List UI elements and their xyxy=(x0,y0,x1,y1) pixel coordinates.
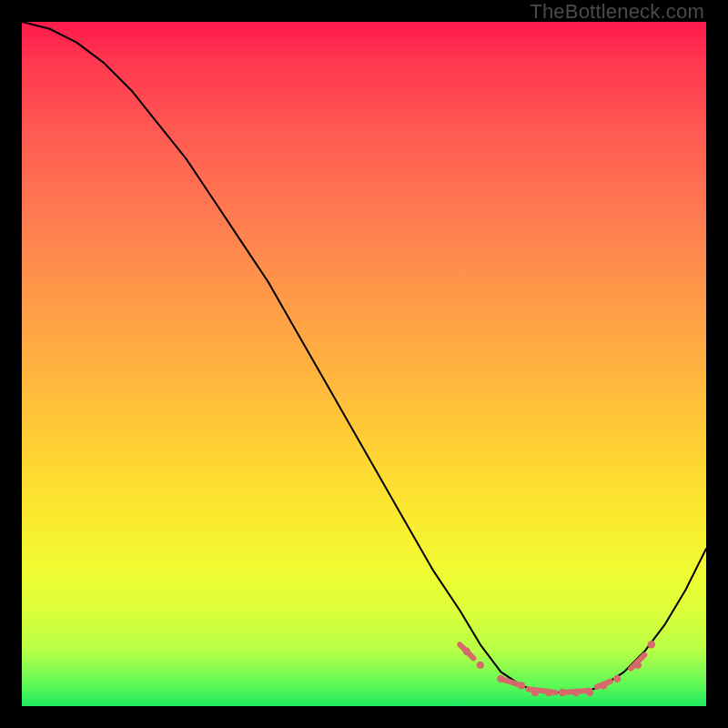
highlight-dot xyxy=(545,689,552,696)
highlight-dot xyxy=(497,675,504,682)
bottleneck-curve xyxy=(22,22,706,693)
highlight-dot xyxy=(531,689,539,696)
highlight-dot xyxy=(463,648,470,655)
highlight-dashes xyxy=(460,644,644,693)
plot-area xyxy=(22,22,706,706)
highlight-dot xyxy=(634,662,642,669)
highlight-dot xyxy=(648,641,655,648)
highlight-dot xyxy=(559,689,566,696)
highlight-dot xyxy=(600,682,607,689)
highlight-dot xyxy=(477,662,484,669)
chart-svg xyxy=(22,22,706,706)
highlight-dot xyxy=(586,689,593,696)
highlight-dot xyxy=(572,689,580,696)
watermark-text: TheBottleneck.com xyxy=(530,0,704,24)
highlight-dot xyxy=(613,675,621,682)
highlight-dot xyxy=(518,682,525,689)
chart-frame: TheBottleneck.com xyxy=(0,0,728,728)
